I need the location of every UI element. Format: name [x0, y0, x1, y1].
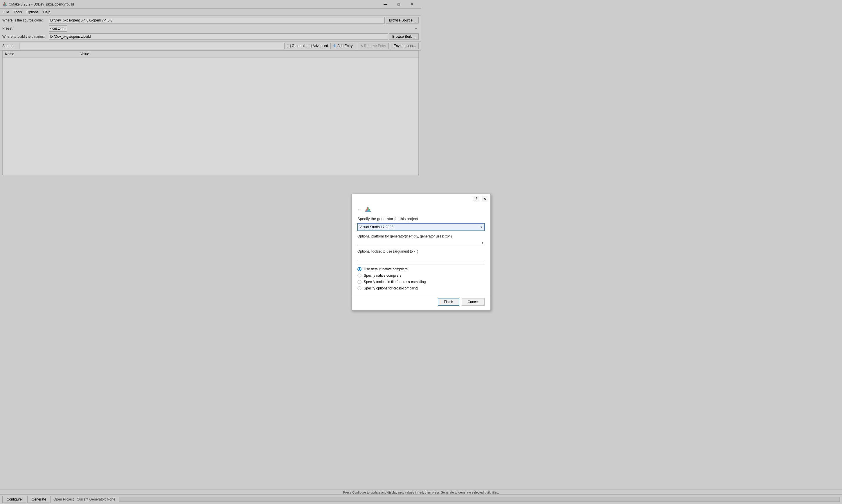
dialog-titlebar: ? ✕ [352, 194, 421, 204]
generator-dialog: ? ✕ ← Specify the generator for this pro… [351, 194, 421, 252]
toolset-label: Optional toolset to use (argument to -T) [357, 249, 421, 252]
generator-select-wrapper: Visual Studio 17 2022 Visual Studio 16 2… [357, 223, 421, 231]
dialog-section-title: Specify the generator for this project [357, 217, 421, 221]
platform-input[interactable] [357, 239, 421, 246]
platform-field-wrapper: ▾ [357, 239, 421, 246]
platform-label: Optional platform for generator(if empty… [357, 234, 421, 238]
dialog-back-button[interactable]: ← [357, 207, 362, 212]
cmake-logo-icon [364, 206, 371, 213]
dialog-content: ← Specify the generator for this project… [352, 204, 421, 252]
modal-overlay: ? ✕ ← Specify the generator for this pro… [0, 0, 421, 252]
dialog-nav: ← [357, 206, 421, 213]
generator-select[interactable]: Visual Studio 17 2022 Visual Studio 16 2… [357, 223, 421, 231]
